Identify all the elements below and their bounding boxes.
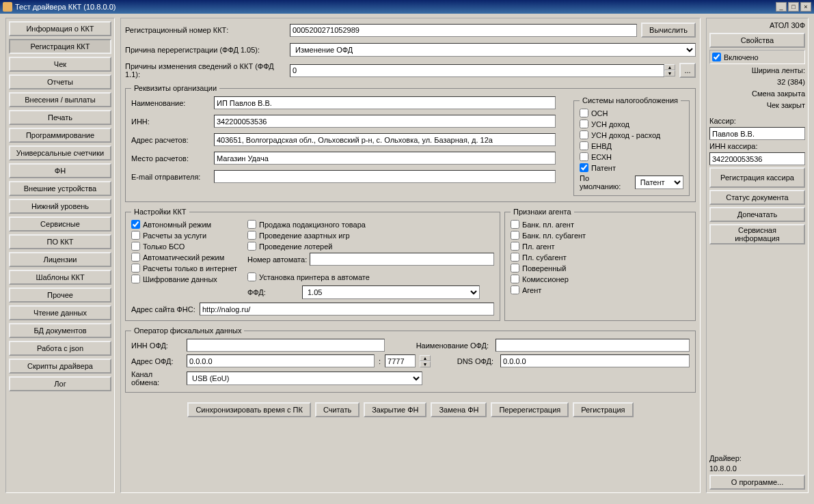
reprint-button[interactable]: Допечатать: [709, 207, 805, 222]
bottom-btn-4[interactable]: Перерегистрация: [491, 402, 569, 417]
set1-cb-1[interactable]: [131, 231, 140, 240]
nav-12[interactable]: ПО ККТ: [9, 234, 111, 249]
maximize-button[interactable]: □: [788, 2, 799, 12]
nav-5[interactable]: Печать: [9, 110, 111, 125]
nav-14[interactable]: Шаблоны ККТ: [9, 270, 111, 285]
automat-input[interactable]: [310, 253, 494, 266]
bottom-btn-1[interactable]: Считать: [315, 402, 359, 417]
agent-cb-1[interactable]: [511, 231, 519, 240]
nav-15[interactable]: Прочее: [9, 288, 111, 303]
spin-up[interactable]: ▲: [664, 64, 675, 70]
org-email-input[interactable]: [214, 170, 556, 183]
set1-cb-2[interactable]: [131, 242, 140, 251]
set2-cb-2[interactable]: [247, 242, 256, 251]
nav-18[interactable]: Работа с json: [9, 341, 111, 356]
nav-2[interactable]: Чек: [9, 57, 111, 72]
tax-cb-1[interactable]: [580, 120, 588, 128]
ofd-inn-input[interactable]: [187, 339, 385, 352]
org-legend: Реквизиты организации: [131, 84, 219, 92]
ofd-fieldset: Оператор фискальных данных ИНН ОФД: Наим…: [125, 326, 696, 393]
close-button[interactable]: ×: [800, 2, 811, 12]
tax-lbl-1: УСН доход: [591, 120, 629, 128]
nav-10[interactable]: Нижний уровень: [9, 199, 111, 214]
port-up[interactable]: ▲: [420, 355, 431, 361]
nav-13[interactable]: Лицензии: [9, 252, 111, 267]
agent-cb-2[interactable]: [511, 242, 519, 251]
agent-cb-3[interactable]: [511, 253, 519, 262]
about-button[interactable]: О программе...: [709, 475, 805, 490]
org-addr-input[interactable]: [214, 133, 556, 146]
ofd-dns-input[interactable]: [500, 354, 690, 367]
reg-cashier-button[interactable]: Регистрация кассира: [709, 167, 805, 188]
enabled-checkbox[interactable]: [712, 53, 721, 61]
ofd-dns-label: DNS ОФД:: [435, 357, 496, 365]
nav-0[interactable]: Информация о ККТ: [9, 21, 111, 36]
nav-8[interactable]: ФН: [9, 163, 111, 178]
set1-cb-0[interactable]: [131, 220, 140, 229]
nav-6[interactable]: Программирование: [9, 128, 111, 143]
agent-lbl-5: Комиссионер: [522, 275, 569, 283]
agent-cb-0[interactable]: [511, 220, 519, 229]
cashier-inn-input[interactable]: [709, 152, 805, 165]
org-name-input[interactable]: [214, 96, 556, 109]
set2-lbl-0: Продажа подакцизного товара: [259, 221, 366, 229]
tax-cb-4[interactable]: [580, 152, 588, 161]
bottom-btn-2[interactable]: Закрытие ФН: [364, 402, 426, 417]
agent-cb-6[interactable]: [511, 285, 519, 294]
ofd-channel-select[interactable]: USB (EoU): [187, 372, 422, 385]
doc-status-button[interactable]: Статус документа: [709, 190, 805, 205]
org-place-input[interactable]: [214, 152, 556, 165]
set1-lbl-2: Только БСО: [143, 242, 185, 251]
org-addr-label: Адрес расчетов:: [131, 136, 210, 144]
nav-20[interactable]: Лог: [9, 376, 111, 391]
calc-button[interactable]: Вычислить: [641, 23, 696, 38]
agent-cb-5[interactable]: [511, 275, 519, 283]
nav-17[interactable]: БД документов: [9, 323, 111, 338]
nav-3[interactable]: Отчеты: [9, 74, 111, 89]
dots-button[interactable]: ...: [679, 63, 696, 78]
org-inn-input[interactable]: [214, 115, 556, 128]
nav-4[interactable]: Внесения / выплаты: [9, 92, 111, 107]
tax-default-select[interactable]: Патент: [635, 176, 683, 189]
ofd-name-input[interactable]: [496, 339, 690, 352]
ffd-select[interactable]: 1.05: [302, 285, 480, 299]
agent-cb-4[interactable]: [511, 264, 519, 272]
reason105-select[interactable]: Изменение ОФД: [290, 43, 696, 57]
regnum-label: Регистрационный номер ККТ:: [125, 26, 286, 34]
set1-lbl-0: Автономный режим: [143, 221, 211, 229]
bottom-btn-0[interactable]: Синхронизировать время с ПК: [187, 402, 311, 417]
nav-7[interactable]: Универсальные счетчики: [9, 145, 111, 160]
minimize-button[interactable]: _: [776, 2, 787, 12]
tax-cb-2[interactable]: [580, 130, 588, 139]
nav-11[interactable]: Сервисные: [9, 216, 111, 232]
printer-checkbox[interactable]: [247, 272, 256, 281]
nav-19[interactable]: Скрипты драйвера: [9, 359, 111, 374]
right-panel: АТОЛ 30Ф Свойства Включено Ширина ленты:…: [706, 18, 809, 493]
ofd-port-input[interactable]: [385, 354, 416, 367]
bottom-btn-3[interactable]: Замена ФН: [431, 402, 487, 417]
nav-1[interactable]: Регистрация ККТ: [9, 39, 111, 54]
ofd-addr-input[interactable]: [187, 354, 375, 367]
nav-9[interactable]: Внешние устройства: [9, 181, 111, 196]
bottom-btn-5[interactable]: Регистрация: [573, 402, 633, 417]
spin-down[interactable]: ▼: [664, 70, 675, 76]
fns-input[interactable]: [200, 303, 494, 316]
set1-cb-5[interactable]: [131, 275, 140, 283]
props-button[interactable]: Свойства: [709, 33, 805, 48]
tax-cb-0[interactable]: [580, 109, 588, 117]
titlebar: Тест драйвера ККТ (10.8.0.0) _ □ ×: [0, 0, 814, 14]
cashier-input[interactable]: [709, 127, 805, 140]
set1-lbl-3: Автоматический режим: [143, 253, 224, 262]
tax-cb-5[interactable]: [580, 163, 588, 172]
port-down[interactable]: ▼: [420, 361, 431, 367]
reason11-input[interactable]: [290, 64, 664, 77]
set1-cb-4[interactable]: [131, 264, 140, 272]
regnum-input[interactable]: [290, 24, 637, 37]
set2-cb-1[interactable]: [247, 231, 256, 240]
nav-16[interactable]: Чтение данных: [9, 305, 111, 320]
set2-cb-0[interactable]: [247, 220, 256, 229]
set1-cb-3[interactable]: [131, 253, 140, 262]
ofd-addr-label: Адрес ОФД:: [131, 357, 182, 365]
tax-cb-3[interactable]: [580, 141, 588, 150]
service-button[interactable]: Сервисная информация: [709, 224, 805, 244]
